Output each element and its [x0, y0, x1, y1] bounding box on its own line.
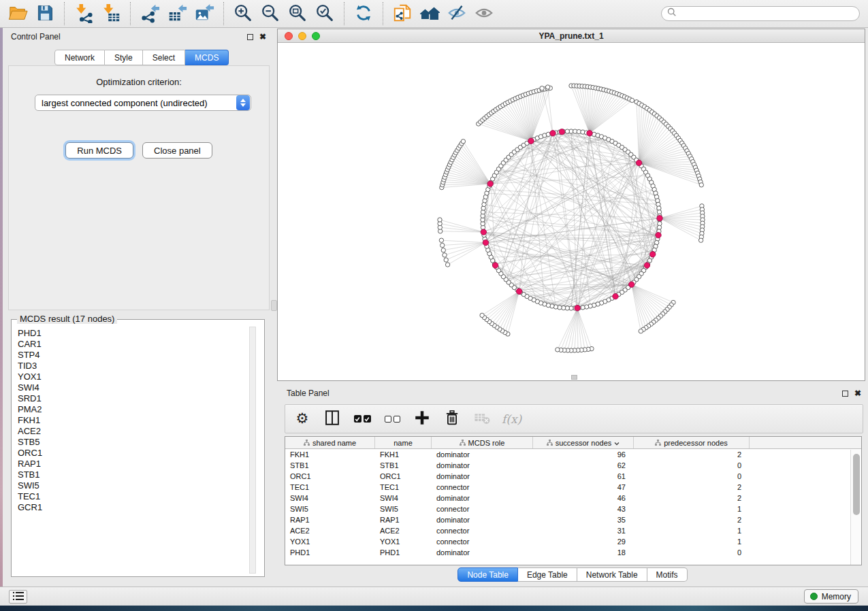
select-all-button[interactable]: [352, 409, 372, 429]
tab-motifs[interactable]: Motifs: [647, 567, 688, 582]
mcds-node[interactable]: [550, 131, 556, 136]
mcds-node[interactable]: [650, 252, 656, 257]
close-panel-icon[interactable]: ✖: [259, 33, 266, 41]
network-node[interactable]: [439, 238, 443, 242]
mcds-node[interactable]: [613, 293, 618, 299]
mcds-result-item[interactable]: ORC1: [18, 448, 252, 459]
network-node[interactable]: [639, 329, 643, 333]
add-column-button[interactable]: [412, 409, 432, 429]
import-table-button[interactable]: [99, 1, 123, 26]
tab-edge-table[interactable]: Edge Table: [518, 567, 577, 582]
hide-selected-button[interactable]: [445, 1, 469, 26]
mcds-result-item[interactable]: PMA2: [18, 404, 252, 415]
zoom-fit-button[interactable]: [285, 1, 310, 26]
first-neighbors-button[interactable]: [417, 1, 442, 26]
mcds-node[interactable]: [487, 181, 493, 186]
duplicate-network-button[interactable]: [390, 1, 415, 26]
float-panel-icon[interactable]: [842, 391, 848, 397]
table-scrollbar[interactable]: [850, 450, 861, 565]
close-window-icon[interactable]: [285, 32, 293, 40]
column-header-shared-name[interactable]: shared name: [285, 437, 375, 448]
network-node[interactable]: [438, 218, 442, 222]
clear-selection-button[interactable]: [382, 409, 402, 429]
criterion-select[interactable]: largest connected component (undirected): [35, 95, 251, 111]
open-session-button[interactable]: [5, 1, 30, 26]
table-row[interactable]: TEC1TEC1connector472: [285, 482, 861, 493]
mcds-result-item[interactable]: RAP1: [18, 459, 252, 469]
table-row[interactable]: PHD1PHD1dominator180: [285, 547, 861, 558]
network-node[interactable]: [441, 248, 445, 252]
close-panel-button[interactable]: Close panel: [142, 142, 212, 159]
export-image-button[interactable]: [192, 1, 216, 26]
show-column-button[interactable]: [322, 409, 342, 429]
zoom-out-button[interactable]: [258, 1, 283, 26]
mcds-node[interactable]: [636, 160, 641, 165]
table-row[interactable]: SWI4SWI4dominator462: [285, 493, 861, 503]
network-node[interactable]: [698, 238, 703, 242]
mcds-node[interactable]: [481, 229, 486, 235]
tab-network-table[interactable]: Network Table: [577, 567, 647, 582]
export-network-button[interactable]: [138, 1, 162, 26]
mcds-result-item[interactable]: SRD1: [18, 393, 252, 404]
network-node[interactable]: [440, 243, 445, 247]
mcds-result-item[interactable]: ACE2: [18, 426, 252, 437]
network-node[interactable]: [480, 313, 484, 317]
mcds-result-item[interactable]: GCR1: [18, 502, 252, 513]
run-mcds-button[interactable]: Run MCDS: [65, 142, 133, 159]
float-panel-icon[interactable]: [247, 34, 253, 40]
table-row[interactable]: FKH1FKH1dominator962: [285, 449, 861, 460]
network-node[interactable]: [699, 183, 703, 187]
zoom-in-button[interactable]: [231, 1, 255, 26]
column-header-MCDS-role[interactable]: MCDS role: [432, 437, 533, 448]
mcds-node[interactable]: [528, 138, 534, 144]
mcds-node[interactable]: [575, 306, 580, 311]
network-node[interactable]: [445, 263, 449, 267]
close-panel-icon[interactable]: ✖: [854, 389, 861, 397]
task-history-button[interactable]: [9, 590, 27, 604]
mcds-result-item[interactable]: YOX1: [18, 371, 252, 382]
network-node[interactable]: [545, 85, 549, 89]
table-row[interactable]: STB1STB1dominator620: [285, 460, 861, 471]
export-table-button[interactable]: [165, 1, 189, 26]
memory-button[interactable]: Memory: [804, 589, 858, 604]
table-settings-button[interactable]: ⚙: [292, 409, 312, 429]
mcds-node[interactable]: [656, 232, 661, 237]
panel-splitter-handle[interactable]: [271, 300, 277, 311]
network-node[interactable]: [444, 258, 448, 262]
mcds-result-item[interactable]: SWI4: [18, 382, 252, 393]
mcds-result-item[interactable]: SWI5: [18, 480, 252, 491]
mcds-result-item[interactable]: STB5: [18, 437, 252, 448]
mcds-result-item[interactable]: TEC1: [18, 491, 252, 502]
column-header-predecessor-nodes[interactable]: predecessor nodes: [634, 437, 750, 448]
mcds-node[interactable]: [657, 216, 662, 221]
mcds-result-item[interactable]: FKH1: [18, 415, 252, 426]
mcds-result-item[interactable]: PHD1: [18, 328, 252, 339]
zoom-window-icon[interactable]: [312, 32, 320, 40]
delete-column-button[interactable]: [442, 409, 462, 429]
mcds-list-scrollbar[interactable]: [249, 327, 256, 574]
zoom-selected-button[interactable]: [312, 1, 337, 26]
mcds-result-item[interactable]: STP4: [18, 350, 252, 361]
mcds-node[interactable]: [483, 240, 488, 245]
mcds-result-item[interactable]: CAR1: [18, 339, 252, 350]
network-node[interactable]: [556, 348, 560, 352]
import-network-button[interactable]: [71, 1, 96, 26]
mcds-node[interactable]: [492, 263, 498, 268]
mcds-node[interactable]: [587, 131, 592, 136]
network-canvas[interactable]: [278, 43, 865, 380]
tab-style[interactable]: Style: [105, 50, 143, 65]
mcds-result-item[interactable]: TID3: [18, 361, 252, 371]
network-window-titlebar[interactable]: YPA_prune.txt_1: [278, 29, 865, 43]
tab-network[interactable]: Network: [54, 50, 105, 65]
save-session-button[interactable]: [33, 1, 57, 26]
tab-select[interactable]: Select: [143, 50, 185, 65]
table-row[interactable]: RAP1RAP1dominator352: [285, 514, 861, 525]
mcds-node[interactable]: [629, 282, 634, 287]
network-node[interactable]: [565, 129, 569, 133]
tab-node-table[interactable]: Node Table: [457, 567, 518, 582]
network-node[interactable]: [443, 253, 447, 257]
table-row[interactable]: SWI5SWI5connector431: [285, 503, 861, 514]
mcds-node[interactable]: [559, 129, 564, 135]
table-row[interactable]: ACE2ACE2connector311: [285, 525, 861, 536]
mcds-result-item[interactable]: STB1: [18, 469, 252, 480]
